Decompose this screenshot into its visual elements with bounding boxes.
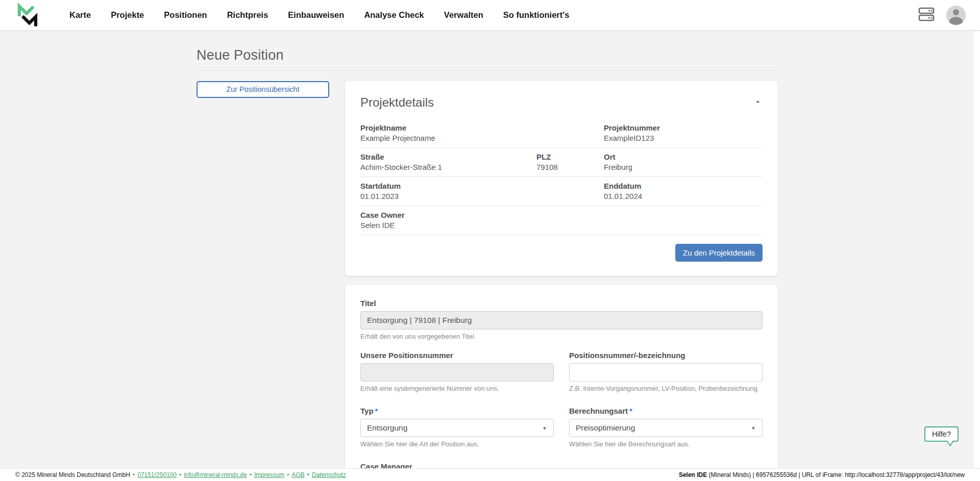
top-navigation-bar: Karte Projekte Positionen Richtpreis Ein… xyxy=(0,0,980,31)
field-projektname: Projektname Example Projectname xyxy=(360,123,604,142)
ort-label: Ort xyxy=(604,153,763,161)
footer-link-impressum[interactable]: Impressum xyxy=(254,471,284,478)
footer-separator: • xyxy=(179,471,181,478)
field-plz: PLZ 79108 xyxy=(536,153,604,171)
titel-label: Titel xyxy=(360,299,763,308)
page-body: Neue Position Zur Positionsübersicht Pro… xyxy=(0,31,980,481)
collapse-card-button[interactable]: - xyxy=(753,95,763,107)
positionsnummer-label: Positionsnummer/-bezeichnung xyxy=(569,351,763,360)
project-row-name-number: Projektname Example Projectname Projektn… xyxy=(360,119,763,148)
case-owner-label: Case Owner xyxy=(360,211,604,219)
nav-item-richtpreis[interactable]: Richtpreis xyxy=(227,10,268,20)
field-ort: Ort Freiburg xyxy=(604,153,763,171)
typ-field: Typ* Entsorgung ▼ Wählen Sie hier die Ar… xyxy=(360,407,554,448)
user-avatar-icon[interactable] xyxy=(946,6,966,25)
nav-item-karte[interactable]: Karte xyxy=(69,10,91,20)
footer-separator: • xyxy=(287,471,289,478)
server-icon[interactable] xyxy=(918,7,935,24)
nav-item-positionen[interactable]: Positionen xyxy=(164,10,207,20)
footer-session-details: (Mineral Minds) | 69576255536d | URL of … xyxy=(707,471,965,478)
footer-session-info: Selen IDE (Mineral Minds) | 69576255536d… xyxy=(679,471,965,478)
strasse-value: Achim-Stocker-Straße 1 xyxy=(360,163,536,171)
footer-separator: • xyxy=(250,471,252,478)
titel-helper: Erhält den von uns vorgegebenen Titel. xyxy=(360,333,763,340)
unsere-positionsnummer-helper: Erhält eine systemgenerierte Nummer von … xyxy=(360,385,554,392)
positionsnummer-input[interactable] xyxy=(569,363,763,382)
footer-link-phone[interactable]: 07151/250100 xyxy=(137,471,177,478)
positionsnummer-field: Positionsnummer/-bezeichnung Z.B. Intern… xyxy=(569,351,763,392)
positionsnummer-helper: Z.B. Interne-Vorgangsnummer, LV-Position… xyxy=(569,385,763,392)
nav-item-einbauweisen[interactable]: Einbauweisen xyxy=(288,10,344,20)
main-nav: Karte Projekte Positionen Richtpreis Ein… xyxy=(69,10,569,20)
chevron-down-icon: ▼ xyxy=(542,425,547,431)
project-details-title: Projektdetails xyxy=(360,95,434,110)
typ-select[interactable]: Entsorgung ▼ xyxy=(360,419,554,437)
footer-separator: • xyxy=(133,471,135,478)
footer-link-agb[interactable]: AGB xyxy=(291,471,304,478)
projektnummer-value: ExampleID123 xyxy=(604,134,763,142)
strasse-label: Straße xyxy=(360,153,536,161)
berechnungsart-select[interactable]: Preisoptimierung ▼ xyxy=(569,419,763,437)
go-to-project-details-button[interactable]: Zu den Projektdetails xyxy=(675,244,763,262)
nav-item-projekte[interactable]: Projekte xyxy=(111,10,144,20)
topbar-right-icons xyxy=(918,6,966,25)
scrollbar-gutter[interactable] xyxy=(974,31,980,481)
typ-helper: Wählen Sie hier die Art der Position aus… xyxy=(360,440,554,448)
new-position-form-card: Titel Erhält den von uns vorgegebenen Ti… xyxy=(345,285,778,481)
nav-item-verwalten[interactable]: Verwalten xyxy=(444,10,483,20)
titel-input xyxy=(360,311,763,330)
back-to-positions-button[interactable]: Zur Positionsübersicht xyxy=(197,81,329,98)
plz-value: 79108 xyxy=(536,163,604,171)
projektname-label: Projektname xyxy=(360,123,604,132)
footer: © 2025 Mineral Minds Deutschland GmbH • … xyxy=(0,468,980,481)
avatar-body xyxy=(949,17,963,25)
unsere-positionsnummer-label: Unsere Positionsnummer xyxy=(360,351,554,360)
footer-link-email[interactable]: info@mineral-minds.de xyxy=(184,471,247,478)
enddatum-label: Enddatum xyxy=(604,182,763,190)
typ-required-asterisk: * xyxy=(375,407,378,415)
footer-link-datenschutz[interactable]: Datenschutz xyxy=(312,471,346,478)
berechnungsart-required-asterisk: * xyxy=(629,407,632,415)
berechnungsart-label: Berechnungsart* xyxy=(569,407,763,415)
field-startdatum: Startdatum 01.01.2023 xyxy=(360,182,604,200)
help-button[interactable]: Hilfe? xyxy=(924,426,959,442)
project-details-card: Projektdetails - Projektname Example Pro… xyxy=(345,81,778,276)
projektnummer-label: Projektnummer xyxy=(604,123,763,132)
field-enddatum: Enddatum 01.01.2024 xyxy=(604,182,763,200)
projektname-value: Example Projectname xyxy=(360,134,604,142)
unsere-positionsnummer-input xyxy=(360,363,554,382)
berechnungsart-helper: Wählen Sie hier die Berechnungsart aus. xyxy=(569,440,763,448)
startdatum-value: 01.01.2023 xyxy=(360,192,604,200)
footer-separator: • xyxy=(307,471,309,478)
project-row-owner: Case Owner Selen IDE xyxy=(360,206,763,235)
plz-label: PLZ xyxy=(536,153,604,161)
typ-label: Typ* xyxy=(360,407,554,415)
field-projektnummer: Projektnummer ExampleID123 xyxy=(604,123,763,142)
enddatum-value: 01.01.2024 xyxy=(604,192,763,200)
titel-field: Titel Erhält den von uns vorgegebenen Ti… xyxy=(360,299,763,340)
startdatum-label: Startdatum xyxy=(360,182,604,190)
mineral-minds-logo-icon[interactable] xyxy=(14,3,40,28)
chevron-down-icon: ▼ xyxy=(751,425,756,431)
field-strasse: Straße Achim-Stocker-Straße 1 xyxy=(360,153,536,171)
title-divider xyxy=(197,70,778,71)
berechnungsart-select-value: Preisoptimierung xyxy=(576,423,635,433)
page-title: Neue Position xyxy=(197,47,778,63)
nav-item-so-funktionierts[interactable]: So funktioniert's xyxy=(503,10,570,20)
project-row-dates: Startdatum 01.01.2023 Enddatum 01.01.202… xyxy=(360,177,763,206)
unsere-positionsnummer-field: Unsere Positionsnummer Erhält eine syste… xyxy=(360,351,554,392)
berechnungsart-field: Berechnungsart* Preisoptimierung ▼ Wähle… xyxy=(569,407,763,448)
footer-user-name: Selen IDE xyxy=(679,471,707,478)
field-case-owner: Case Owner Selen IDE xyxy=(360,211,604,230)
project-row-address: Straße Achim-Stocker-Straße 1 PLZ 79108 … xyxy=(360,148,763,177)
footer-copyright: © 2025 Mineral Minds Deutschland GmbH xyxy=(15,471,130,478)
case-owner-value: Selen IDE xyxy=(360,221,604,230)
nav-item-analyse-check[interactable]: Analyse Check xyxy=(364,10,424,20)
avatar-head xyxy=(953,9,959,15)
ort-value: Freiburg xyxy=(604,163,763,171)
typ-select-value: Entsorgung xyxy=(367,423,407,433)
